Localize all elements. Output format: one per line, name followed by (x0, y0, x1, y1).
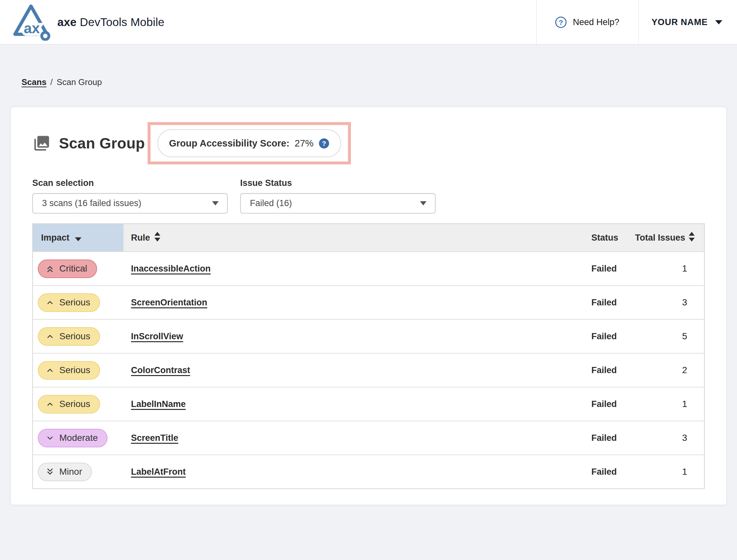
status-cell: Failed (591, 399, 634, 409)
impact-badge: Serious (38, 361, 100, 380)
column-header-status: Status (591, 233, 634, 243)
impact-label: Serious (59, 365, 90, 375)
total-issues-cell: 3 (634, 297, 704, 308)
rule-link[interactable]: ScreenTitle (131, 433, 178, 443)
table-row: Serious InScrollView Failed 5 (33, 319, 704, 353)
severity-chevron-icon (46, 298, 54, 307)
table-row: Serious ScreenOrientation Failed 3 (33, 285, 704, 319)
select-caret-icon (420, 201, 427, 205)
column-header-rule[interactable]: Rule (123, 231, 591, 244)
rule-link[interactable]: InScrollView (131, 331, 183, 341)
breadcrumb-separator: / (50, 77, 53, 87)
issue-status-select[interactable]: Failed (16) (240, 193, 436, 214)
severity-chevron-icon (46, 332, 54, 341)
table-header-row: Impact Rule Status Total Issues (33, 224, 704, 251)
score-label: Group Accessibility Score: (169, 138, 290, 149)
impact-label: Critical (59, 263, 87, 274)
sort-both-icon (688, 231, 695, 244)
svg-text:?: ? (322, 139, 326, 147)
impact-badge: Serious (38, 395, 100, 413)
impact-badge: Minor (38, 463, 92, 481)
impact-badge: Moderate (38, 429, 107, 447)
total-issues-cell: 5 (634, 331, 704, 342)
need-help-label: Need Help? (573, 17, 619, 27)
breadcrumb-link-scans[interactable]: Scans (21, 77, 47, 87)
help-icon: ? (555, 16, 567, 28)
status-cell: Failed (591, 467, 634, 477)
impact-badge: Serious (38, 293, 100, 312)
total-issues-cell: 1 (634, 467, 704, 477)
issue-status-label: Issue Status (240, 178, 436, 188)
severity-chevron-icon (46, 468, 54, 476)
table-row: Serious ColorContrast Failed 2 (33, 353, 704, 387)
score-help-icon[interactable]: ? (319, 138, 329, 149)
brand[interactable]: ax axeDevTools Mobile (0, 0, 164, 44)
filters-row: Scan selection 3 scans (16 failed issues… (32, 178, 705, 214)
sort-both-icon (154, 231, 161, 244)
select-caret-icon (212, 201, 219, 205)
table-row: Serious LabelInName Failed 1 (33, 387, 704, 421)
issues-table: Impact Rule Status Total Issues (32, 223, 705, 489)
rule-link[interactable]: ScreenOrientation (131, 298, 207, 307)
scan-selection-filter: Scan selection 3 scans (16 failed issues… (32, 178, 228, 214)
rule-link[interactable]: ColorContrast (131, 365, 190, 375)
column-header-total-issues[interactable]: Total Issues (634, 231, 704, 244)
svg-text:ax: ax (24, 20, 40, 36)
impact-badge: Critical (38, 259, 97, 278)
status-cell: Failed (591, 331, 634, 342)
total-issues-cell: 3 (634, 433, 704, 443)
table-row: Minor LabelAtFront Failed 1 (33, 455, 704, 488)
page-title: Scan Group (59, 134, 145, 152)
breadcrumb: Scans/Scan Group (21, 77, 737, 87)
score-highlight-annotation: Group Accessibility Score: 27% ? (148, 122, 351, 164)
title-row: Scan Group Group Accessibility Score: 27… (32, 122, 705, 164)
severity-chevron-icon (46, 264, 54, 273)
column-header-impact[interactable]: Impact (33, 224, 123, 251)
severity-chevron-icon (46, 434, 54, 442)
issue-status-value: Failed (16) (250, 198, 292, 208)
scan-selection-select[interactable]: 3 scans (16 failed issues) (32, 193, 228, 214)
user-menu[interactable]: YOUR NAME (638, 0, 737, 44)
scan-group-card: Scan Group Group Accessibility Score: 27… (10, 107, 727, 505)
impact-label: Minor (59, 467, 82, 477)
total-issues-cell: 1 (634, 263, 704, 274)
app-title: axeDevTools Mobile (57, 16, 164, 29)
impact-badge: Serious (38, 327, 100, 346)
rule-link[interactable]: LabelAtFront (131, 467, 186, 477)
total-issues-cell: 2 (634, 365, 704, 375)
table-row: Critical InaccessibleAction Failed 1 (33, 251, 704, 285)
chevron-down-icon (715, 20, 723, 25)
accessibility-score-badge: Group Accessibility Score: 27% ? (157, 129, 341, 157)
sort-descending-icon (75, 234, 82, 242)
scan-selection-value: 3 scans (16 failed issues) (42, 198, 141, 208)
status-cell: Failed (591, 433, 634, 443)
photo-library-icon (32, 134, 51, 152)
rule-link[interactable]: LabelInName (131, 399, 186, 409)
impact-label: Serious (59, 331, 90, 342)
score-value: 27% (294, 138, 313, 149)
app-header: ax axeDevTools Mobile ? Need Help? YOUR … (0, 0, 737, 45)
impact-label: Serious (59, 297, 90, 308)
user-name-label: YOUR NAME (652, 17, 708, 27)
severity-chevron-icon (46, 400, 54, 409)
total-issues-cell: 1 (634, 399, 704, 409)
need-help-button[interactable]: ? Need Help? (536, 0, 638, 44)
svg-text:?: ? (559, 18, 563, 26)
status-cell: Failed (591, 365, 634, 375)
breadcrumb-current: Scan Group (57, 77, 102, 87)
table-row: Moderate ScreenTitle Failed 3 (33, 421, 704, 455)
issue-status-filter: Issue Status Failed (16) (240, 178, 436, 214)
status-cell: Failed (591, 264, 634, 274)
rule-link[interactable]: InaccessibleAction (131, 264, 211, 273)
axe-logo: ax (11, 4, 51, 41)
table-body: Critical InaccessibleAction Failed 1 Ser… (33, 251, 704, 488)
scan-selection-label: Scan selection (32, 178, 228, 188)
severity-chevron-icon (46, 366, 54, 375)
impact-label: Moderate (59, 433, 98, 443)
impact-label: Serious (59, 399, 90, 409)
status-cell: Failed (591, 298, 634, 308)
